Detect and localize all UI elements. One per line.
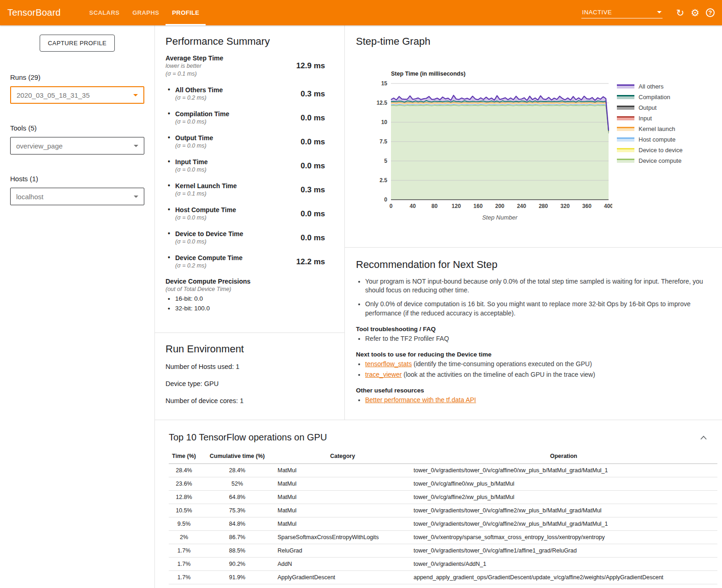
- sidebar-select[interactable]: overview_page: [10, 137, 144, 154]
- cell-cumulative-time: 28.4%: [199, 464, 275, 477]
- cell-category: MatMul: [275, 517, 410, 531]
- svg-text:5: 5: [384, 158, 387, 164]
- refresh-icon[interactable]: ↻: [676, 8, 685, 18]
- metric-label: Compilation Time: [175, 110, 229, 118]
- overview-grid: Performance Summary Average Step Timelow…: [155, 25, 722, 420]
- metric-text: Host Compute Time(σ = 0.0 ms): [166, 206, 236, 222]
- legend-swatch: [617, 84, 634, 89]
- tab-profile[interactable]: PROFILE: [166, 0, 206, 25]
- cell-cumulative-time: 91.9%: [199, 571, 275, 584]
- legend-swatch: [617, 159, 634, 163]
- top-ops-table: Time (%)Cumulative time (%)CategoryOpera…: [169, 451, 717, 584]
- sidebar-select-value: localhost: [16, 193, 43, 201]
- metric-row: Input Time(σ = 0.0 ms)0.0 ms: [166, 158, 325, 174]
- tab-scalars[interactable]: SCALARS: [83, 0, 126, 25]
- run-environment-card: Run Environment Number of Hosts used: 1D…: [155, 333, 344, 414]
- legend-label: Device to device: [639, 147, 682, 154]
- capture-profile-button[interactable]: CAPTURE PROFILE: [40, 35, 115, 52]
- metric-value: 0.0 ms: [301, 161, 325, 171]
- legend-label: Kernel launch: [639, 125, 675, 132]
- cell-operation: tower_0/v/gradients/AddN_1: [410, 558, 717, 571]
- help-icon[interactable]: ?: [706, 8, 715, 17]
- cell-time: 28.4%: [169, 464, 199, 477]
- recommendation-title: Recommendation for Next Step: [356, 259, 711, 271]
- collapse-icon[interactable]: [700, 435, 707, 440]
- metric-sigma: (σ = 0.1 ms): [166, 70, 223, 78]
- app-logo: TensorBoard: [7, 7, 61, 18]
- performance-summary-card: Performance Summary Average Step Timelow…: [155, 25, 344, 333]
- metric-row: Device to Device Time(σ = 0.0 ms)0.0 ms: [166, 230, 325, 246]
- legend-label: All others: [639, 83, 663, 90]
- top-ops-title: Top 10 TensorFlow operations on GPU: [169, 432, 327, 443]
- table-row: 1.7%91.9%ApplyGradientDescentappend_appl…: [169, 571, 717, 584]
- run-env-line: Number of device cores: 1: [166, 397, 334, 405]
- svg-text:0: 0: [384, 196, 387, 203]
- legend-label: Compilation: [639, 94, 670, 101]
- legend-label: Output: [639, 104, 657, 111]
- recommendation-item: Refer to the TF2 Profiler FAQ: [365, 334, 711, 343]
- metrics-list: Average Step Timelower is better(σ = 0.1…: [166, 54, 325, 270]
- table-row: 1.7%90.2%AddNtower_0/v/gradients/AddN_1: [169, 558, 717, 571]
- cell-operation: tower_0/v/gradients/tower_0/v/cg/affine0…: [410, 464, 717, 477]
- legend-swatch: [617, 127, 634, 131]
- cell-category: MatMul: [275, 477, 410, 491]
- recommendation-subheading: Next tools to use for reducing the Devic…: [356, 351, 711, 358]
- metric-text: Average Step Timelower is better(σ = 0.1…: [166, 54, 223, 78]
- metric-sigma: (σ = 0.0 ms): [175, 166, 208, 174]
- svg-text:280: 280: [539, 203, 548, 209]
- sidebar-group: Hosts (1)localhost: [10, 175, 144, 205]
- rec-link[interactable]: Better performance with the tf.data API: [365, 396, 476, 404]
- cell-category: ReluGrad: [275, 544, 410, 558]
- table-row: 23.6%52%MatMultower_0/v/cg/affine0/xw_pl…: [169, 477, 717, 491]
- metric-label: Device to Device Time: [175, 230, 243, 238]
- tab-graphs[interactable]: GRAPHS: [126, 0, 166, 25]
- svg-text:120: 120: [452, 203, 461, 209]
- rec-link[interactable]: tensorflow_stats: [365, 360, 412, 368]
- metric-value: 0.3 ms: [301, 89, 325, 99]
- metric-value: 12.2 ms: [296, 257, 325, 267]
- cell-category: MatMul: [275, 464, 410, 477]
- gear-icon[interactable]: ⚙: [691, 8, 699, 18]
- performance-summary-title: Performance Summary: [166, 36, 325, 48]
- metric-text: Device to Device Time(σ = 0.0 ms): [166, 230, 243, 246]
- sidebar-select-value: overview_page: [16, 142, 63, 150]
- sidebar-select[interactable]: 2020_03_05_18_31_35: [10, 86, 144, 104]
- recommendation-list: Better performance with the tf.data API: [356, 396, 711, 404]
- cell-time: 9.5%: [169, 517, 199, 531]
- legend-item: Host compute: [617, 136, 682, 143]
- legend-item: Device compute: [617, 157, 682, 164]
- metric-value: 0.3 ms: [301, 185, 325, 195]
- metric-text: Input Time(σ = 0.0 ms): [166, 158, 208, 174]
- sidebar-select[interactable]: localhost: [10, 188, 144, 205]
- recommendation-item: Better performance with the tf.data API: [365, 396, 711, 404]
- metric-text: Output Time(σ = 0.0 ms): [166, 134, 213, 150]
- legend-item: Kernel launch: [617, 125, 682, 132]
- svg-text:0: 0: [390, 203, 393, 209]
- recommendation-sections: Tool troubleshooting / FAQRefer to the T…: [356, 326, 711, 405]
- recommendation-bullet: Only 0.0% of device computation is 16 bi…: [365, 300, 711, 317]
- rec-link[interactable]: trace_viewer: [365, 371, 402, 378]
- step-time-chart: 02.557.51012.515040801201602002402803203…: [373, 80, 612, 224]
- recommendation-bullet: Your program is NOT input-bound because …: [365, 277, 711, 295]
- sidebar-group-label: Tools (5): [10, 124, 144, 132]
- nav-tabs: SCALARSGRAPHSPROFILE: [83, 0, 206, 25]
- rec-item-text: (look at the activities on the timeline …: [402, 371, 595, 378]
- cell-time: 12.8%: [169, 491, 199, 504]
- table-column-header: Operation: [410, 451, 717, 464]
- cell-operation: tower_0/v/xentropy/sparse_softmax_cross_…: [410, 531, 717, 544]
- status-select[interactable]: INACTIVE: [581, 7, 663, 18]
- top-ops-header: Top 10 TensorFlow operations on GPU: [169, 432, 717, 443]
- run-environment-title: Run Environment: [166, 343, 334, 355]
- cell-cumulative-time: 52%: [199, 477, 275, 491]
- tensorboard-app: TensorBoard SCALARSGRAPHSPROFILE INACTIV…: [0, 0, 722, 588]
- chevron-down-icon: [133, 94, 138, 96]
- left-column: Performance Summary Average Step Timelow…: [155, 25, 345, 420]
- recommendation-list: Refer to the TF2 Profiler FAQ: [356, 334, 711, 343]
- cell-operation: tower_0/v/gradients/tower_0/v/cg/affine2…: [410, 517, 717, 531]
- metric-row: Output Time(σ = 0.0 ms)0.0 ms: [166, 134, 325, 150]
- metric-sigma: (σ = 0.0 ms): [175, 118, 229, 126]
- metric-text: Kernel Launch Time(σ = 0.1 ms): [166, 182, 237, 198]
- metric-row: Host Compute Time(σ = 0.0 ms)0.0 ms: [166, 206, 325, 222]
- precisions-items: 16-bit: 0.032-bit: 100.0: [166, 295, 325, 312]
- top-bar: TensorBoard SCALARSGRAPHSPROFILE INACTIV…: [0, 0, 722, 25]
